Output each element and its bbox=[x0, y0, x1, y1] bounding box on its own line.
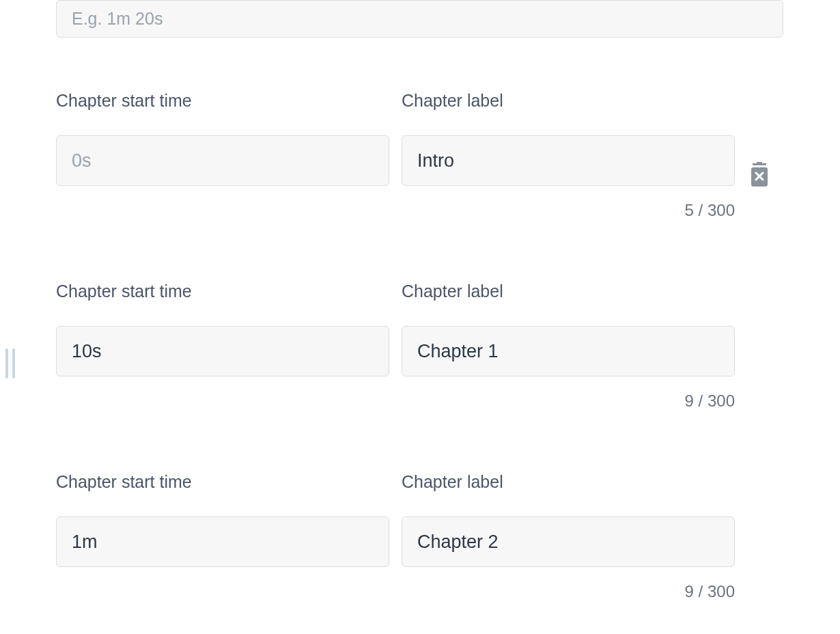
start-time-label: Chapter start time bbox=[56, 91, 389, 111]
chapter-label-label: Chapter label bbox=[402, 91, 735, 111]
chapter-label-label: Chapter label bbox=[402, 281, 735, 301]
char-counter: 9 / 300 bbox=[56, 391, 735, 411]
drag-handle-bar-icon bbox=[12, 348, 15, 378]
delete-chapter-button[interactable] bbox=[750, 162, 769, 191]
chapter-label-input[interactable] bbox=[402, 516, 735, 567]
char-counter: 5 / 300 bbox=[56, 201, 735, 220]
chapter-row: Chapter start time Chapter label 9 / 300 bbox=[56, 472, 783, 601]
trash-icon bbox=[750, 162, 769, 188]
start-time-label: Chapter start time bbox=[56, 472, 389, 492]
svg-rect-0 bbox=[753, 163, 766, 165]
drag-handle-bar-icon bbox=[5, 348, 8, 378]
chapter-label-input[interactable] bbox=[402, 135, 735, 186]
start-time-label: Chapter start time bbox=[56, 281, 389, 301]
chapter-rows: Chapter start time Chapter label 5 / 300 bbox=[0, 91, 840, 601]
char-counter: 9 / 300 bbox=[56, 582, 735, 601]
chapter-label-label: Chapter label bbox=[402, 472, 735, 492]
chapter-label-input[interactable] bbox=[402, 326, 735, 376]
top-input-row bbox=[0, 0, 840, 38]
chapter-start-time-input[interactable] bbox=[56, 516, 389, 567]
chapter-row: Chapter start time Chapter label 9 / 300 bbox=[56, 281, 783, 411]
chapters-editor: Chapter start time Chapter label 5 / 300 bbox=[0, 0, 840, 601]
drag-handle[interactable] bbox=[5, 348, 18, 378]
chapter-row: Chapter start time Chapter label 5 / 300 bbox=[56, 91, 783, 220]
chapter-start-time-input[interactable] bbox=[56, 326, 389, 376]
example-time-input[interactable] bbox=[56, 0, 783, 38]
chapter-start-time-input[interactable] bbox=[56, 135, 389, 186]
svg-rect-1 bbox=[757, 162, 762, 163]
